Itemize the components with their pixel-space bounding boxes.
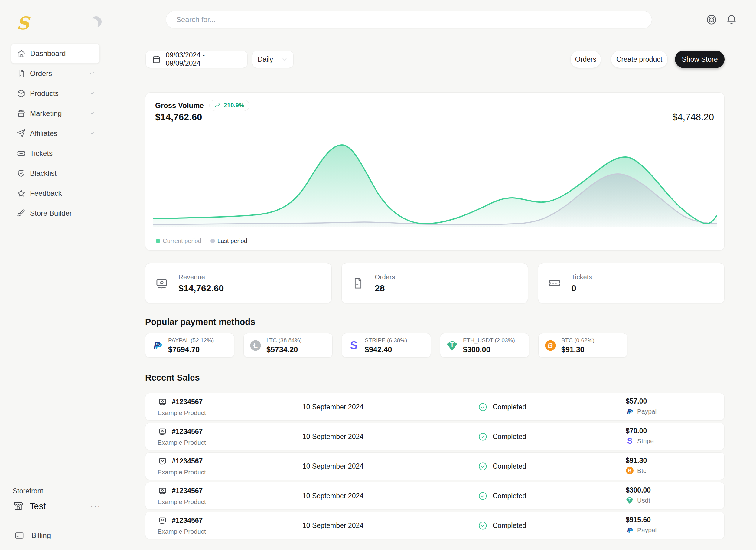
- payment-value: $942.40: [365, 345, 407, 354]
- show-store-button[interactable]: Show Store: [675, 50, 725, 68]
- sidebar-item-label: Products: [30, 89, 84, 98]
- sale-date: 10 September 2024: [302, 453, 363, 480]
- sale-date: 10 September 2024: [302, 512, 363, 539]
- banknote-icon: [158, 428, 167, 436]
- product-name: Example Product: [158, 409, 206, 417]
- stat-label: Orders: [375, 273, 395, 281]
- interval-select[interactable]: Daily: [252, 50, 294, 68]
- app-logo[interactable]: S: [17, 15, 29, 32]
- product-name: Example Product: [158, 528, 206, 535]
- sidebar-item-label: Affiliates: [30, 129, 84, 138]
- payment-label: LTC (38.84%): [266, 337, 302, 344]
- dark-mode-toggle-moon-icon[interactable]: [91, 16, 102, 27]
- search-input[interactable]: [176, 15, 641, 24]
- payment-value: $300.00: [463, 345, 515, 354]
- legend-current-period[interactable]: Current period: [156, 237, 201, 244]
- create-product-button[interactable]: Create product: [611, 50, 668, 68]
- trend-up-icon: [214, 102, 221, 109]
- order-id: #1234567: [172, 428, 203, 436]
- date-range-picker[interactable]: 09/03/2024 - 09/09/2024: [145, 50, 248, 68]
- recent-sales-title: Recent Sales: [145, 373, 200, 383]
- gross-volume-title: Gross Volume: [155, 101, 204, 110]
- sale-row[interactable]: #1234567 Example Product 10 September 20…: [145, 482, 725, 509]
- sidebar-item-label: Orders: [30, 69, 84, 78]
- payment-methods-title: Popular payment methods: [145, 317, 255, 327]
- order-id: #1234567: [172, 487, 203, 495]
- payment-label: PAYPAL (52.12%): [168, 337, 214, 344]
- check-circle-icon: [478, 521, 487, 530]
- storefront-name: Test: [30, 501, 84, 511]
- payment-card-btc: B BTC (0.62%) $91.30: [538, 333, 627, 358]
- shield-check-icon: [17, 169, 26, 178]
- sidebar-item-label: Dashboard: [30, 49, 95, 58]
- svg-text:Ł: Ł: [253, 341, 258, 350]
- check-circle-icon: [478, 491, 487, 501]
- sale-status: Completed: [493, 522, 526, 530]
- sale-row[interactable]: #1234567 Example Product 10 September 20…: [145, 393, 725, 421]
- payment-value: $91.30: [561, 345, 595, 354]
- orders-button[interactable]: Orders: [570, 50, 601, 68]
- payment-label: ETH_USDT (2.03%): [463, 337, 515, 344]
- recent-sales-list: #1234567 Example Product 10 September 20…: [145, 393, 725, 539]
- storefront-section-label: Storefront: [13, 487, 43, 495]
- legend-current-dot: [156, 239, 160, 243]
- stat-card-revenue: Revenue $14,762.60: [145, 263, 332, 304]
- star-icon: [17, 189, 26, 198]
- sidebar-item-affiliates[interactable]: Affiliates: [11, 123, 100, 143]
- sale-row[interactable]: #1234567 Example Product 10 September 20…: [145, 452, 725, 480]
- sale-method: Btc: [637, 467, 646, 474]
- stat-value: 0: [571, 283, 592, 294]
- sale-row[interactable]: #1234567 Example Product 10 September 20…: [145, 512, 725, 539]
- gross-volume-card: Gross Volume 210.9% $14,762.60 $4,748.20…: [145, 92, 725, 251]
- ticket-icon: [548, 277, 561, 290]
- sidebar-item-tickets[interactable]: Tickets: [11, 143, 100, 163]
- payment-card-paypal: PP PAYPAL (52.12%) $7694.70: [145, 333, 234, 358]
- sale-method: Usdt: [637, 497, 650, 504]
- svg-text:P: P: [627, 526, 632, 534]
- sidebar-item-feedback[interactable]: Feedback: [11, 183, 100, 203]
- order-id: #1234567: [172, 457, 203, 465]
- svg-text:P: P: [627, 408, 632, 415]
- sale-status: Completed: [493, 403, 526, 411]
- paypal-icon: PP: [626, 526, 634, 534]
- banknote-icon: [155, 277, 168, 290]
- stripe-icon: S: [348, 340, 360, 351]
- sale-row[interactable]: #1234567 Example Product 10 September 20…: [145, 423, 725, 450]
- payment-card-eth-usdt: T ETH_USDT (2.03%) $300.00: [440, 333, 529, 358]
- sidebar-item-marketing[interactable]: Marketing: [11, 103, 100, 123]
- previous-period-total: $4,748.20: [672, 112, 714, 123]
- sidebar-item-blacklist[interactable]: Blacklist: [11, 163, 100, 183]
- banknote-icon: [158, 457, 167, 465]
- product-name: Example Product: [158, 439, 206, 446]
- sidebar-item-orders[interactable]: Orders: [11, 63, 100, 83]
- stripe-icon: S: [626, 437, 634, 445]
- storefront-menu-ellipsis-icon[interactable]: ···: [90, 502, 101, 511]
- stat-label: Revenue: [178, 273, 224, 281]
- sale-date: 10 September 2024: [302, 393, 363, 421]
- sale-status: Completed: [493, 462, 526, 470]
- notifications-bell-icon[interactable]: [726, 14, 737, 25]
- help-lifebuoy-icon[interactable]: [706, 14, 717, 25]
- sale-date: 10 September 2024: [302, 482, 363, 510]
- change-value: 210.9%: [224, 102, 244, 109]
- send-icon: [17, 129, 26, 138]
- brush-icon: [17, 209, 26, 218]
- storefront-selector[interactable]: Test ···: [13, 498, 101, 514]
- stat-value: 28: [375, 283, 395, 294]
- file-icon: [17, 69, 26, 78]
- chevron-down-icon: [88, 130, 96, 137]
- sale-status: Completed: [493, 433, 526, 441]
- interval-value: Daily: [258, 55, 273, 63]
- stat-value: $14,762.60: [178, 283, 224, 294]
- payment-label: STRIPE (6.38%): [365, 337, 407, 344]
- sidebar-item-dashboard[interactable]: Dashboard: [11, 44, 100, 63]
- check-circle-icon: [478, 432, 487, 441]
- sidebar-item-products[interactable]: Products: [11, 83, 100, 103]
- svg-text:S: S: [350, 340, 357, 351]
- svg-text:P: P: [154, 340, 160, 351]
- sidebar-item-store-builder[interactable]: Store Builder: [11, 203, 100, 223]
- sidebar-item-billing[interactable]: Billing: [15, 528, 100, 543]
- legend-last-period[interactable]: Last period: [210, 237, 247, 244]
- paypal-icon: PP: [152, 340, 163, 351]
- gross-volume-area-chart: [153, 136, 717, 227]
